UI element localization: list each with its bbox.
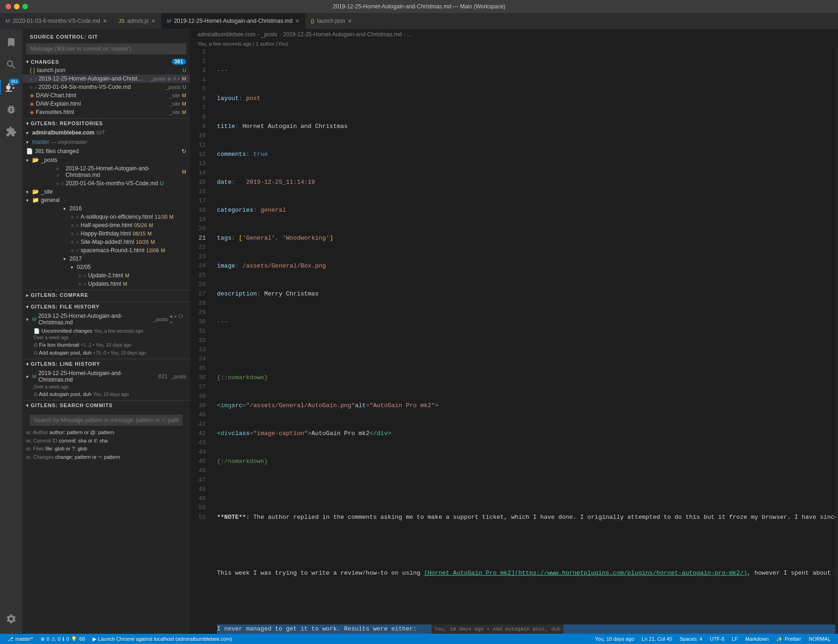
repo-branch[interactable]: ▾ master — origin/master [22, 137, 190, 147]
ln-13: 13 [190, 159, 206, 168]
date-0205-folder[interactable]: ▾ 02/05 [22, 263, 190, 271]
gitlens-file-history-section: ▾ GITLENS: FILE HISTORY ▾ M 2019-12-25-H… [22, 302, 190, 357]
year-2016-label: 2016 [69, 205, 82, 212]
file-soliloquy[interactable]: ⟐ ↺ A-soliloquy-on-efficiency.html 11/30… [22, 213, 190, 221]
lh-commit[interactable]: ⊙ Add autogain post, duh You, 10 days ag… [22, 390, 190, 398]
status-branch[interactable]: ⎇ master* [4, 634, 37, 644]
file-sitemap[interactable]: ⟐ ↺ Site-Map-added!.html 10/26 M [22, 238, 190, 246]
fh-commit2[interactable]: ⊙ Add autogain post, duh +75 -0 • You, 1… [22, 349, 190, 357]
fh-action-icons: ♥ ⌖ ⟳ ≡ [170, 314, 186, 325]
ln-15: 15 [190, 178, 206, 187]
fh-uncommitted[interactable]: 📄 Uncommitted changes You, a few seconds… [22, 327, 190, 335]
refresh-icon[interactable]: ↻ [182, 148, 186, 154]
status-errors[interactable]: ⊗ 0 ⚠ 0 ℹ 0 💡 68 [37, 634, 89, 644]
lh-file-item[interactable]: ▾ M 2019-12-25-Hornet-Autogain-and-Chris… [22, 369, 190, 384]
search-commits-input[interactable] [30, 415, 182, 426]
extensions-icon[interactable] [0, 121, 22, 143]
status-mode[interactable]: NORMAL [805, 634, 834, 644]
ln-31: 31 [190, 327, 206, 336]
explorer-icon[interactable] [0, 31, 22, 54]
ln-33: 33 [190, 345, 206, 355]
tab-3-close[interactable]: × [295, 18, 299, 24]
minimize-button[interactable] [14, 4, 20, 9]
gitlens-file-history-header[interactable]: ▾ GITLENS: FILE HISTORY [22, 302, 190, 311]
repo-item-main[interactable]: ▾ admiralbumblebee.com GIT [22, 128, 190, 137]
changes-header[interactable]: ▾ CHANGES 381 [22, 57, 190, 66]
files-changed-item[interactable]: 📄 381 files changed ↻ [22, 147, 190, 156]
html-icon-dawchart: ◈ [30, 92, 34, 99]
code-line-18 [217, 541, 835, 550]
file-item-autogain[interactable]: ⟐ ↺ 2019-12-25-Hornet-Autogain-and-Chris… [22, 74, 190, 83]
tree-autogain-file[interactable]: ⟐ ↺ 2019-12-25-Hornet-Autogain-and-Chris… [22, 164, 190, 179]
commit-message-input[interactable] [26, 43, 186, 54]
ln-6: 6 [190, 94, 206, 103]
posts-folder[interactable]: ▾ 📂 _posts [22, 156, 190, 164]
file-item-launch[interactable]: { } launch.json U [22, 66, 190, 74]
tree-autogain-name: 2019-12-25-Hornet-Autogain-and-Christmas… [66, 165, 180, 178]
code-line-5: date: 2019-12-25_11:14:19 [217, 178, 835, 187]
fh-over-week: Over a week ago [22, 335, 190, 341]
source-control-icon[interactable]: 381 [0, 76, 22, 98]
launch-icon: ▶ [93, 636, 96, 642]
file-update2[interactable]: ⟐ ↺ Update-2.html M [22, 271, 190, 280]
ln-50: 50 [190, 503, 206, 513]
tree-sixmonths-name: 2020-01-04-Six-months-VS-Code.md [66, 180, 158, 187]
fh-path: _posts [153, 316, 168, 322]
spacemacs-icons: ⟐ ↺ [71, 247, 79, 254]
tab-2[interactable]: JS admrb.js × [113, 13, 161, 29]
files-icon: 📄 [26, 148, 33, 154]
site-folder[interactable]: ▾ 📂 _site [22, 188, 190, 196]
file-spacemacs[interactable]: ⟐ ↺ spacemacs-Round-1.html 12/06 M [22, 246, 190, 255]
tree-sixmonths-file[interactable]: ⟐ ↺ 2020-01-04-Six-months-VS-Code.md U [22, 179, 190, 188]
breadcrumb-sep-2: › [279, 31, 281, 38]
code-line-13: <img src="/assets/General/AutoGain.png" … [217, 401, 835, 410]
status-author-time[interactable]: You, 10 days ago [591, 634, 638, 644]
fh-file-item[interactable]: ▾ M 2019-12-25-Hornet-Autogain-and-Chris… [22, 311, 190, 327]
ln-43: 43 [190, 438, 206, 448]
gitlens-repos-header[interactable]: ▾ GITLENS: REPOSITORIES [22, 119, 190, 128]
general-folder[interactable]: ▾ 📁 general [22, 196, 190, 204]
gitlens-search-header[interactable]: ▾ GITLENS: SEARCH COMMITS [22, 401, 190, 410]
happybday-badge: M [148, 231, 152, 236]
gitlens-line-history-header[interactable]: ▾ GITLENS: LINE HISTORY [22, 359, 190, 369]
updates-name: Updates.html [88, 281, 121, 287]
file-item-dawexplain[interactable]: ◈ DAW-Explain.html _site M [22, 100, 190, 108]
gitlens-compare-header[interactable]: ▸ GITLENS: COMPARE [22, 290, 190, 300]
status-file-type[interactable]: Markdown [742, 634, 773, 644]
status-bar: ⎇ master* ⊗ 0 ⚠ 0 ℹ 0 💡 68 ▶ Launch Chro… [0, 634, 838, 644]
search-icon[interactable] [0, 54, 22, 76]
status-launch-chrome[interactable]: ▶ Launch Chrome against localhost (admir… [89, 634, 236, 644]
year-2017-label: 2017 [69, 255, 82, 262]
year-2016-folder[interactable]: ▾ 2016 [22, 204, 190, 213]
settings-icon[interactable] [0, 608, 22, 630]
tab-1-close[interactable]: × [103, 18, 107, 24]
tab-1[interactable]: M 2020-01-03-6-months-VS-Code.md × [0, 13, 113, 29]
tab-4[interactable]: {} launch.json × [305, 13, 358, 29]
file-halfspeed[interactable]: ⟐ ↺ Half-speed-time.html 05/26 M [22, 221, 190, 229]
code-editor[interactable]: --- layout: post title: Hornet Autogain … [213, 47, 835, 634]
fh-commit1[interactable]: ⊙ Fix box thumbnail +1 -1 • You, 10 days… [22, 341, 190, 349]
close-button[interactable] [6, 4, 11, 9]
status-line-col[interactable]: Ln 21, Col 45 [638, 634, 676, 644]
file-happybday[interactable]: ⟐ ↺ Happy-Birthday.html 08/15 M [22, 229, 190, 238]
tab-2-close[interactable]: × [151, 18, 155, 24]
file-updates[interactable]: ⟐ ↺ Updates.html M [22, 280, 190, 288]
files-changed-label: 381 files changed [35, 148, 79, 154]
ln-37: 37 [190, 382, 206, 392]
tab-4-close[interactable]: × [348, 18, 352, 24]
status-encoding[interactable]: UTF-8 [706, 634, 728, 644]
debug-icon[interactable] [0, 98, 22, 121]
y2017-chevron: ▾ [63, 256, 66, 262]
status-prettier[interactable]: ✨ Prettier [772, 634, 804, 644]
window-controls[interactable] [6, 4, 28, 9]
maximize-button[interactable] [22, 4, 28, 9]
window-title: 2019-12-25-Hornet-Autogain-and-Christmas… [333, 3, 506, 10]
status-spaces[interactable]: Spaces: 4 [676, 634, 706, 644]
file-item-sixmonths[interactable]: ⟐ ↺ 2020-01-04-Six-months-VS-Code.md _po… [22, 83, 190, 91]
tab-3[interactable]: M 2019-12-25-Hornet-Autogain-and-Christm… [162, 13, 305, 29]
ln-24: 24 [190, 262, 206, 271]
file-item-dawchart[interactable]: ◈ DAW-Chart.html _site M [22, 91, 190, 100]
status-line-ending[interactable]: LF [728, 634, 742, 644]
year-2017-folder[interactable]: ▾ 2017 [22, 255, 190, 263]
file-item-favourites[interactable]: ◈ Favourites.html _site M [22, 108, 190, 116]
